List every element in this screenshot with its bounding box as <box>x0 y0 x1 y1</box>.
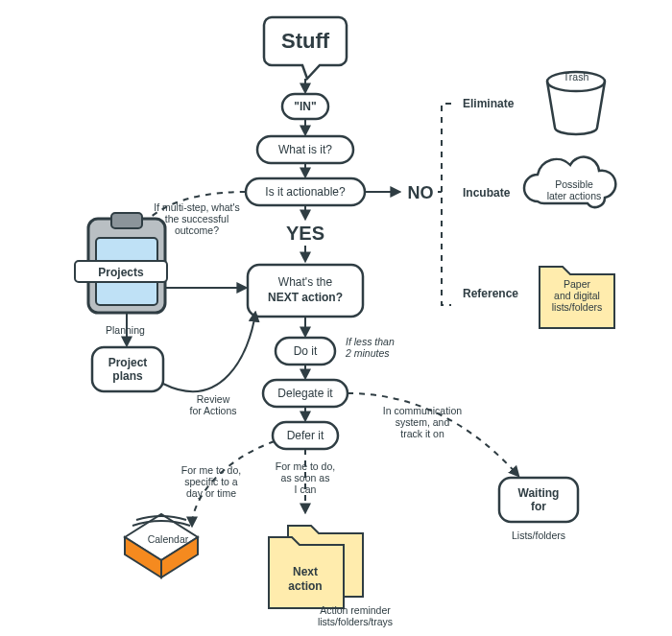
node-in: "IN" <box>282 94 328 119</box>
svg-text:What is it?: What is it? <box>278 143 332 156</box>
svg-text:I can: I can <box>295 483 317 495</box>
svg-text:"IN": "IN" <box>294 100 316 113</box>
svg-text:For me to do,: For me to do, <box>276 460 335 472</box>
svg-text:for Actions: for Actions <box>189 405 236 416</box>
svg-text:2 minutes: 2 minutes <box>345 347 390 359</box>
label-planning: Planning <box>106 324 145 336</box>
svg-text:What's the: What's the <box>278 275 333 289</box>
label-trash: Trash <box>564 71 589 82</box>
svg-text:the successful: the successful <box>165 213 229 224</box>
svg-text:Do it: Do it <box>294 344 318 358</box>
node-what: What is it? <box>257 136 353 163</box>
caption-nextaction: Action reminder <box>320 604 391 616</box>
node-delegate: Delegate it <box>263 380 348 407</box>
svg-text:In communication: In communication <box>383 405 462 416</box>
svg-text:Defer it: Defer it <box>287 429 324 442</box>
svg-text:Next: Next <box>293 565 318 578</box>
node-waiting: Waiting for <box>499 478 578 522</box>
caption-waiting: Lists/folders <box>512 530 565 541</box>
label-eliminate: Eliminate <box>463 97 515 110</box>
svg-text:For me to do,: For me to do, <box>181 464 241 476</box>
icon-cloud-later: Possible later actions <box>524 157 615 207</box>
gtd-diagram: Stuff "IN" What is it? Is it actionable?… <box>0 0 672 636</box>
svg-text:Stuff: Stuff <box>281 29 330 53</box>
label-calendar: Calendar <box>148 533 189 545</box>
icon-folder-nextaction: Next action <box>269 526 363 608</box>
svg-text:for: for <box>531 500 546 513</box>
svg-text:specific to a: specific to a <box>184 476 238 487</box>
svg-text:Waiting: Waiting <box>518 486 560 500</box>
svg-text:Is it actionable?: Is it actionable? <box>265 185 346 199</box>
svg-text:day or time: day or time <box>186 487 236 499</box>
icon-folder-reference: Paper and digital lists/folders <box>540 267 614 328</box>
note-2min: If less than <box>346 336 395 347</box>
node-doit: Do it <box>276 338 335 365</box>
svg-text:Delegate it: Delegate it <box>277 387 333 400</box>
node-plans: Project plans <box>92 347 163 391</box>
svg-text:system, and: system, and <box>396 416 450 428</box>
svg-text:and digital: and digital <box>554 290 600 301</box>
no-bracket <box>442 104 451 305</box>
node-actionable: Is it actionable? <box>246 178 365 205</box>
label-reference: Reference <box>463 287 518 300</box>
icon-calendar <box>125 514 198 577</box>
svg-text:If multi-step, what's: If multi-step, what's <box>154 201 240 213</box>
svg-text:Review: Review <box>197 393 230 405</box>
node-stuff: Stuff <box>264 17 347 79</box>
node-defer: Defer it <box>273 422 338 449</box>
svg-text:plans: plans <box>112 369 143 383</box>
svg-text:action: action <box>288 579 322 593</box>
svg-text:later actions: later actions <box>547 190 602 201</box>
svg-rect-52 <box>111 213 142 228</box>
svg-text:Possible: Possible <box>555 178 593 190</box>
svg-text:lists/folders/trays: lists/folders/trays <box>318 616 393 627</box>
node-next-action: What's the NEXT action? <box>248 265 363 317</box>
svg-text:Paper: Paper <box>564 278 591 290</box>
label-incubate: Incubate <box>463 186 511 200</box>
svg-text:NEXT action?: NEXT action? <box>268 291 343 304</box>
label-no: NO <box>408 183 434 202</box>
svg-text:as soon as: as soon as <box>281 472 330 483</box>
icon-clipboard-projects: Projects <box>75 213 167 313</box>
svg-text:Projects: Projects <box>98 266 144 279</box>
svg-text:lists/folders: lists/folders <box>552 301 603 313</box>
svg-text:Project: Project <box>108 356 148 369</box>
edge-plans-next <box>163 313 255 391</box>
label-yes: YES <box>286 223 324 244</box>
svg-text:outcome?: outcome? <box>175 224 219 236</box>
svg-text:track it on: track it on <box>400 428 444 439</box>
